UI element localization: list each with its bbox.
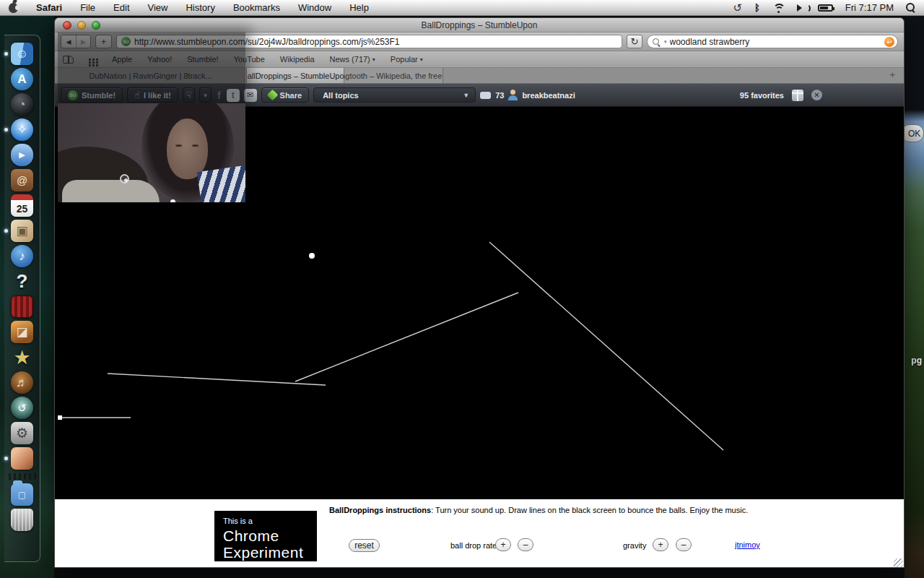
volume-icon[interactable] xyxy=(797,4,806,12)
dock-item-address-book[interactable]: @ xyxy=(4,168,40,193)
share-gem-icon xyxy=(266,90,278,101)
reset-button[interactable]: reset xyxy=(349,539,380,552)
snapback-icon[interactable]: ↩ xyxy=(884,37,894,47)
video-person-shirt xyxy=(197,165,245,202)
documents-folder-icon: ▢ xyxy=(11,483,33,506)
bookmark-folder-news[interactable]: News (717) xyxy=(330,55,375,64)
unknown-app-icon: ? xyxy=(11,270,33,293)
drawn-line xyxy=(108,374,326,385)
drawn-line xyxy=(489,242,723,450)
comments-count[interactable]: 73 xyxy=(495,91,504,100)
bookmark-folder-popular[interactable]: Popular xyxy=(391,55,423,64)
search-icon xyxy=(653,38,661,46)
dock-item-iphoto[interactable]: ▣ xyxy=(4,218,40,243)
dock-item-documents-folder[interactable]: ▢ xyxy=(4,482,40,507)
dock-item-image-capture[interactable]: ◪ xyxy=(4,319,40,345)
tab-fangtooth[interactable]: Fangtooth – Wikipedia, the free e... xyxy=(344,68,443,83)
video-person-face xyxy=(167,118,208,179)
menu-file[interactable]: File xyxy=(80,2,95,13)
zoom-window-button[interactable] xyxy=(92,21,100,30)
dock-item-unknown-app[interactable]: ? xyxy=(4,269,40,294)
credit-link[interactable]: jtnimoy xyxy=(735,540,760,549)
drawn-line xyxy=(295,293,518,381)
garageband-icon: ♬ xyxy=(11,371,33,394)
menu-bar-left: Safari File Edit View History Bookmarks … xyxy=(9,2,369,13)
video-person-eye xyxy=(192,144,199,147)
search-engine-caret-icon[interactable]: ▾ xyxy=(664,39,667,45)
menu-app-name[interactable]: Safari xyxy=(36,2,62,13)
photo-booth-icon xyxy=(11,296,33,318)
topics-selected-value: All topics xyxy=(323,91,359,100)
toolbar-right-cluster: 95 favorites ✕ xyxy=(740,90,822,101)
spotlight-icon[interactable] xyxy=(906,3,915,12)
dock-item-ical[interactable]: 25 xyxy=(4,193,40,218)
bookmark-wikipedia[interactable]: Wikipedia xyxy=(280,55,315,64)
dock-item-safari[interactable]: ✧ xyxy=(4,117,40,142)
dock: ☺A◔✧▶@25▣♪?◪★♬↺⚙▢ xyxy=(4,35,40,562)
window-resize-grip[interactable] xyxy=(894,558,903,568)
apple-menu-icon[interactable] xyxy=(9,3,18,13)
game-control-panel: This is a Chrome Experiment BallDropping… xyxy=(55,499,904,568)
window-title: BallDroppings – StumbleUpon xyxy=(422,20,538,30)
minimize-window-button[interactable] xyxy=(77,21,86,30)
running-indicator xyxy=(4,52,8,56)
close-window-button[interactable] xyxy=(63,21,71,30)
ball-drop-rate-decrease-button[interactable]: – xyxy=(518,538,533,551)
add-tab-button[interactable]: + xyxy=(889,69,895,80)
favorites-count[interactable]: 95 favorites xyxy=(740,91,784,100)
desktop-icon-label-fragment: pg xyxy=(911,355,922,366)
gravity-decrease-button[interactable]: – xyxy=(676,538,692,551)
dock-item-imovie[interactable]: ★ xyxy=(4,345,40,370)
email-icon[interactable]: ✉ xyxy=(244,89,257,102)
dock-item-photo-booth[interactable] xyxy=(4,294,40,319)
running-indicator xyxy=(4,229,8,233)
video-focus-ring xyxy=(120,174,129,184)
dock-item-system-preferences[interactable]: ⚙ xyxy=(4,420,40,446)
battery-icon[interactable] xyxy=(818,4,833,12)
menu-history[interactable]: History xyxy=(186,2,214,13)
safari-icon: ✧ xyxy=(11,118,33,141)
menu-view[interactable]: View xyxy=(148,2,168,13)
instructions-body: : Turn your sound up. Draw lines on the … xyxy=(431,506,748,514)
menu-window[interactable]: Window xyxy=(298,2,331,13)
menu-clock[interactable]: Fri 7:17 PM xyxy=(845,2,894,13)
dock-item-itunes[interactable]: ♪ xyxy=(4,243,40,269)
dashboard-icon: ◔ xyxy=(11,93,33,116)
reload-button[interactable]: ↻ xyxy=(627,35,642,48)
gravity-increase-button[interactable]: + xyxy=(653,538,668,551)
menu-edit[interactable]: Edit xyxy=(113,2,129,13)
menu-bookmarks[interactable]: Bookmarks xyxy=(233,2,280,13)
video-handle-dot[interactable] xyxy=(170,199,175,202)
menu-help[interactable]: Help xyxy=(349,2,369,13)
dock-item-dashboard[interactable]: ◔ xyxy=(4,92,40,117)
dock-item-cat-photo[interactable] xyxy=(4,446,40,471)
dock-item-finder[interactable]: ☺ xyxy=(4,41,40,66)
gift-icon[interactable] xyxy=(792,90,803,101)
toolbar-close-icon[interactable]: ✕ xyxy=(811,90,822,100)
window-title-bar[interactable]: BallDroppings – StumbleUpon xyxy=(55,18,904,33)
search-input[interactable] xyxy=(670,37,881,47)
search-field[interactable]: ▾ ↩ xyxy=(647,35,898,48)
bluetooth-icon[interactable]: ᛒ xyxy=(754,2,760,13)
user-avatar-icon[interactable] xyxy=(508,90,518,100)
cat-photo-icon xyxy=(11,447,33,470)
running-indicator xyxy=(4,128,8,131)
dock-item-garageband[interactable]: ♬ xyxy=(4,370,40,395)
topics-dropdown[interactable]: All topics xyxy=(313,87,476,103)
ball-drop-rate-increase-button[interactable]: + xyxy=(495,538,511,551)
image-capture-icon: ◪ xyxy=(11,321,33,343)
time-machine-icon[interactable]: ↺ xyxy=(733,3,742,13)
share-button[interactable]: Share xyxy=(261,87,310,103)
dock-item-time-machine[interactable]: ↺ xyxy=(4,395,40,420)
app-store-icon: A xyxy=(11,68,33,90)
dock-item-trash[interactable] xyxy=(4,507,40,532)
dock-item-app-store[interactable]: A xyxy=(4,66,40,92)
webcam-video-window[interactable] xyxy=(58,103,245,202)
dock-item-ichat[interactable]: ▶ xyxy=(4,142,40,168)
username[interactable]: breakbeatnazi xyxy=(522,91,575,100)
comments-bubble-icon[interactable] xyxy=(480,92,491,99)
wifi-icon[interactable] xyxy=(772,4,785,12)
share-button-label: Share xyxy=(280,91,302,100)
tab-balldroppings-active[interactable]: BallDroppings – StumbleUpon xyxy=(247,68,344,83)
dock-separator xyxy=(9,473,36,480)
